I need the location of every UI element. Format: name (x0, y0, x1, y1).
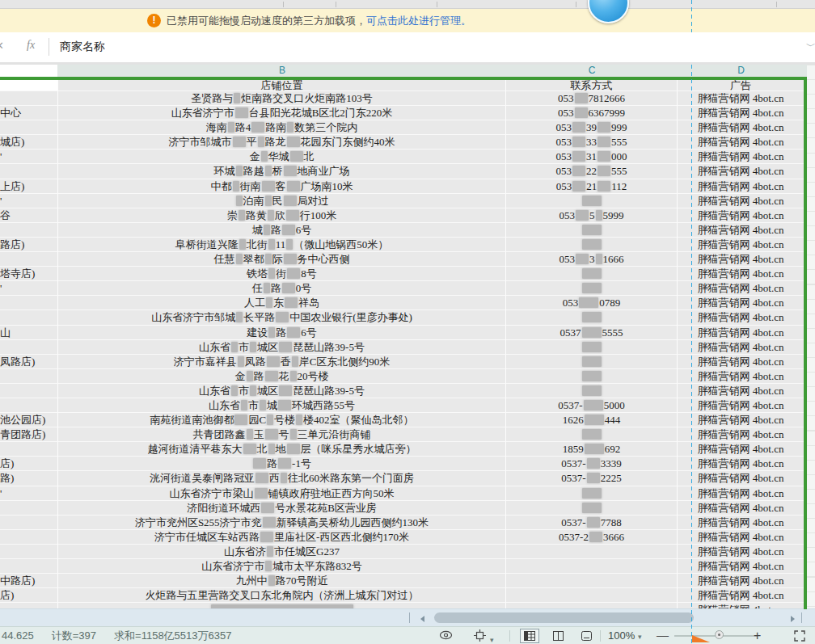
header-cell-ad[interactable]: 广告 (678, 80, 804, 91)
cell-d-row-4[interactable]: 胖猫营销网 4bot.cn (678, 135, 804, 149)
cell-c-row-10[interactable] (506, 223, 678, 238)
cell-a-row-28[interactable]: ' (0, 486, 58, 501)
cell-a-row-8[interactable]: ' (0, 194, 58, 208)
cell-c-row-15[interactable]: 0530789 (506, 296, 678, 310)
cell-c-row-6[interactable]: 05322555 (506, 164, 678, 179)
chevron-down-icon[interactable]: ▾ (490, 633, 494, 644)
cell-a-row-12[interactable] (0, 252, 58, 267)
cell-d-row-6[interactable]: 胖猫营销网 4bot.cn (678, 164, 804, 179)
fx-icon[interactable]: fx (27, 39, 35, 52)
cell-d-row-2[interactable]: 胖猫营销网 4bot.cn (678, 106, 804, 120)
cell-a-row-24[interactable]: 青团路店) (0, 427, 58, 442)
zoom-slider-handle[interactable] (715, 630, 724, 639)
cell-b-row-36[interactable] (58, 603, 506, 608)
cell-b-row-29[interactable]: 济阳街道环城西号水景花苑B区营业房 (58, 501, 506, 516)
normal-view-button[interactable] (520, 629, 539, 643)
cell-a-row-5[interactable]: ' (0, 149, 58, 164)
cell-a-row-18[interactable] (0, 340, 58, 355)
cell-c-row-30[interactable]: 0537-7788 (506, 516, 678, 530)
cell-c-row-4[interactable]: 05333555 (506, 135, 678, 149)
header-cell-store-location[interactable]: 店铺位置 (58, 80, 506, 91)
cell-a-row-21[interactable] (0, 384, 58, 398)
cell-b-row-8[interactable]: 泊南民局对过 (58, 194, 506, 208)
cell-c-row-27[interactable]: 0537-2225 (506, 471, 678, 486)
cell-a-row-26[interactable]: 店) (0, 457, 58, 471)
cell-d-row-29[interactable]: 胖猫营销网 4bot.cn (678, 501, 804, 516)
cell-d-row-10[interactable]: 胖猫营销网 4bot.cn (678, 223, 804, 238)
cell-b-row-31[interactable]: 济宁市任城区车站西路里庙社区-西区西北侧约170米 (58, 530, 506, 545)
cell-a-row-4[interactable]: 城店) (0, 135, 58, 149)
scroll-right-icon[interactable] (791, 616, 795, 622)
cell-b-row-13[interactable]: 铁塔街8号 (58, 267, 506, 281)
cancel-icon[interactable]: ✕ (0, 40, 4, 52)
cell-c-row-22[interactable]: 0537-5000 (506, 398, 678, 413)
cell-d-row-1[interactable]: 胖猫营销网 4bot.cn (678, 91, 804, 106)
cell-a-row-20[interactable] (0, 369, 58, 384)
scroll-left-icon[interactable] (420, 616, 424, 622)
cell-c-row-33[interactable] (506, 559, 678, 574)
page-layout-view-button[interactable] (548, 629, 568, 643)
cell-c-row-35[interactable] (506, 588, 678, 603)
cell-a-row-33[interactable] (0, 559, 58, 574)
scrollbar-thumb[interactable] (434, 612, 694, 623)
cell-b-row-21[interactable]: 山东省市城区琵琶山路39-5号 (58, 384, 506, 398)
cell-d-row-12[interactable]: 胖猫营销网 4bot.cn (678, 252, 804, 267)
cell-b-row-26[interactable]: 路-1号 (58, 457, 506, 471)
cell-a-row-2[interactable]: 中心 (0, 106, 58, 120)
cell-b-row-17[interactable]: 建设路6号 (58, 326, 506, 340)
cell-d-row-31[interactable]: 胖猫营销网 4bot.cn (678, 530, 804, 545)
cell-d-row-7[interactable]: 胖猫营销网 4bot.cn (678, 179, 804, 194)
cell-d-row-3[interactable]: 胖猫营销网 4bot.cn (678, 120, 804, 135)
cell-b-row-20[interactable]: 金路花20号楼 (58, 369, 506, 384)
cell-b-row-12[interactable]: 任慧翠都际务中心西侧 (58, 252, 506, 267)
cell-c-row-7[interactable]: 05321112 (506, 179, 678, 194)
cell-d-row-33[interactable]: 胖猫营销网 4bot.cn (678, 559, 804, 574)
cell-d-row-22[interactable]: 胖猫营销网 4bot.cn (678, 398, 804, 413)
cell-a-row-29[interactable] (0, 501, 58, 516)
cell-b-row-34[interactable]: 九州中路70号附近 (58, 574, 506, 588)
column-header-d[interactable]: D (678, 65, 804, 77)
cell-d-row-19[interactable]: 胖猫营销网 4bot.cn (678, 355, 804, 369)
cell-b-row-6[interactable]: 环城路越桥地商业广场 (58, 164, 506, 179)
cell-d-row-16[interactable]: 胖猫营销网 4bot.cn (678, 310, 804, 325)
cell-d-row-32[interactable]: 胖猫营销网 4bot.cn (678, 545, 804, 559)
cell-c-row-11[interactable] (506, 238, 678, 252)
cell-d-row-23[interactable]: 胖猫营销网 4bot.cn (678, 413, 804, 427)
cell-a-row-9[interactable]: 谷 (0, 208, 58, 223)
cell-a-row-32[interactable] (0, 545, 58, 559)
cell-b-row-16[interactable]: 山东省济宁市邹城长平路中国农业银行(里彦办事处) (58, 310, 506, 325)
column-header-c[interactable]: C (506, 65, 678, 77)
cell-c-row-17[interactable]: 05375555 (506, 326, 678, 340)
cell-b-row-30[interactable]: 济宁市兖州区S255济宁市兖新驿镇高吴桥幼儿园西侧约130米 (58, 516, 506, 530)
manage-addins-link[interactable]: 可点击此处进行管理。 (366, 15, 471, 27)
cell-b-row-10[interactable]: 城路6号 (58, 223, 506, 238)
cell-c-row-36[interactable] (506, 603, 678, 608)
fullscreen-icon[interactable] (794, 630, 805, 642)
zoom-out-button[interactable]: — (657, 627, 669, 644)
cell-c-row-26[interactable]: 0537-3339 (506, 457, 678, 471)
header-cell-contact[interactable]: 联系方式 (506, 80, 678, 91)
formula-bar-expand-icon[interactable]: ﹀ (806, 40, 815, 53)
cell-a-row-31[interactable] (0, 530, 58, 545)
cell-d-row-25[interactable]: 胖猫营销网 4bot.cn (678, 442, 804, 457)
cell-a-row-22[interactable] (0, 398, 58, 413)
cell-c-row-34[interactable] (506, 574, 678, 588)
cell-c-row-13[interactable] (506, 267, 678, 281)
cell-d-row-17[interactable]: 胖猫营销网 4bot.cn (678, 326, 804, 340)
horizontal-scrollbar[interactable] (0, 608, 815, 627)
cell-a-row-6[interactable] (0, 164, 58, 179)
cell-c-row-20[interactable] (506, 369, 678, 384)
page-break-view-button[interactable] (576, 629, 596, 643)
cell-a-row-11[interactable]: 路店) (0, 238, 58, 252)
cell-b-row-14[interactable]: 任路0号 (58, 281, 506, 296)
cell-c-row-5[interactable]: 05331000 (506, 149, 678, 164)
cell-c-row-24[interactable] (506, 427, 678, 442)
cell-c-row-28[interactable] (506, 486, 678, 501)
cell-a-row-13[interactable]: 塔寺店) (0, 267, 58, 281)
cell-d-row-9[interactable]: 胖猫营销网 4bot.cn (678, 208, 804, 223)
cell-a-row-30[interactable] (0, 516, 58, 530)
cell-a-row-17[interactable]: 山 (0, 326, 58, 340)
eye-protection-icon[interactable] (439, 629, 453, 641)
cell-b-row-5[interactable]: 金华城北 (58, 149, 506, 164)
cell-d-row-15[interactable]: 胖猫营销网 4bot.cn (678, 296, 804, 310)
